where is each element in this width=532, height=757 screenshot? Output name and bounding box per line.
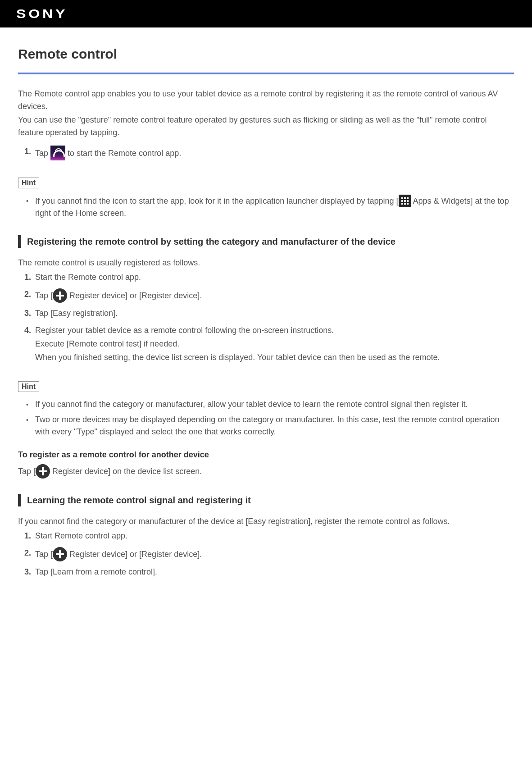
hint-label: Hint bbox=[18, 178, 39, 188]
step: 1. Start Remote control app. bbox=[24, 530, 514, 543]
hint-label: Hint bbox=[18, 381, 39, 392]
sony-logo: SONY bbox=[16, 7, 68, 21]
hint-list-2: If you cannot find the category or manuf… bbox=[18, 398, 514, 439]
step: 3. Tap [Easy registration]. bbox=[24, 307, 514, 320]
plus-icon bbox=[53, 288, 67, 303]
header-bar: SONY bbox=[0, 0, 532, 27]
step: 3. Tap [Learn from a remote control]. bbox=[24, 566, 514, 579]
title-rule bbox=[18, 73, 514, 74]
section-heading-registering: Registering the remote control by settin… bbox=[18, 235, 514, 248]
section1-steps: 1. Start the Remote control app. 2. Tap … bbox=[18, 271, 514, 364]
page-title: Remote control bbox=[18, 46, 514, 62]
step: 2. Tap [ Register device] or [Register d… bbox=[24, 547, 514, 561]
intro-paragraph-2: You can use the "gesture" remote control… bbox=[18, 114, 514, 139]
step: 1. Start the Remote control app. bbox=[24, 271, 514, 284]
hint-item: If you cannot find the icon to start the… bbox=[32, 195, 514, 220]
intro-steps: 1. Tap to start the Remote control app. bbox=[18, 146, 514, 160]
remote-app-icon bbox=[50, 146, 65, 160]
sub-heading-another-device: To register as a remote control for anot… bbox=[18, 450, 514, 460]
hint-item: Two or more devices may be displayed dep… bbox=[32, 414, 514, 439]
hint-item: If you cannot find the category or manuf… bbox=[32, 398, 514, 411]
section1-para: The remote control is usually registered… bbox=[18, 257, 514, 269]
section2-para: If you cannot find the category or manuf… bbox=[18, 515, 514, 528]
content-area: Remote control The Remote control app en… bbox=[0, 27, 532, 604]
intro-paragraph-1: The Remote control app enables you to us… bbox=[18, 88, 514, 113]
subp1: Tap [ Register device] on the device lis… bbox=[18, 464, 514, 479]
section-heading-learning: Learning the remote control signal and r… bbox=[18, 494, 514, 506]
step: 2. Tap [ Register device] or [Register d… bbox=[24, 288, 514, 303]
intro-step-1: 1. Tap to start the Remote control app. bbox=[24, 146, 514, 160]
section2-steps: 1. Start Remote control app. 2. Tap [ Re… bbox=[18, 530, 514, 579]
plus-icon bbox=[53, 547, 67, 561]
apps-grid-icon bbox=[399, 195, 411, 207]
hint-list-1: If you cannot find the icon to start the… bbox=[18, 195, 514, 220]
step: 4. Register your tablet device as a remo… bbox=[24, 324, 514, 364]
plus-icon bbox=[36, 464, 50, 479]
